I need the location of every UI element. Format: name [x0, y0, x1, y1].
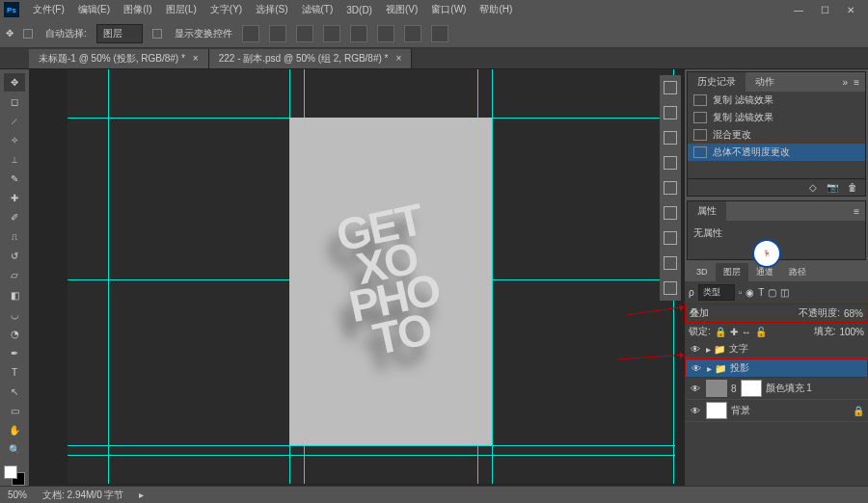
canvas-text: GET XO PHO TO [326, 199, 455, 362]
align-icon[interactable] [323, 25, 340, 42]
hand-tool[interactable]: ✋ [4, 421, 25, 439]
distribute-icon[interactable] [350, 25, 367, 42]
new-snapshot-icon[interactable]: 📷 [827, 182, 838, 193]
history-item[interactable]: 复制 滤镜效果 [688, 109, 865, 126]
eye-icon[interactable]: 👁 [689, 344, 702, 355]
align-icon[interactable] [296, 25, 313, 42]
history-item[interactable]: 总体不透明度更改 [688, 144, 865, 161]
menu-help[interactable]: 帮助(H) [474, 1, 518, 18]
move-tool[interactable]: ✥ [4, 73, 25, 92]
panel-icon[interactable] [664, 106, 677, 119]
show-transform-checkbox[interactable] [152, 29, 162, 39]
zoom-tool[interactable]: 🔍 [4, 440, 25, 459]
panel-icon[interactable] [664, 131, 677, 145]
panel-menu-icon[interactable]: ≡ [854, 206, 859, 217]
eye-icon[interactable]: 👁 [689, 406, 702, 416]
trash-icon[interactable]: 🗑 [848, 182, 857, 193]
crop-tool[interactable]: ⟂ [4, 150, 25, 169]
panel-icon[interactable] [664, 206, 677, 220]
layer-row[interactable]: 👁▸ 📁文字 [685, 340, 868, 358]
eye-icon[interactable]: 👁 [689, 384, 702, 394]
3d-mode-icon[interactable] [431, 25, 448, 42]
panel-icon[interactable] [664, 231, 677, 245]
move-tool-icon: ✥ [6, 28, 14, 39]
brush-tool[interactable]: ✐ [4, 208, 25, 226]
gradient-tool[interactable]: ◧ [4, 286, 25, 304]
type-tool[interactable]: T [4, 363, 25, 382]
layer-row[interactable]: 👁▸ 📁投影 [685, 358, 868, 378]
doc-tab[interactable]: 222 - 副本.psd @ 50% (组 2, RGB/8#) *× [209, 49, 413, 68]
panel-icon[interactable] [664, 281, 677, 295]
history-item[interactable]: 复制 滤镜效果 [688, 92, 865, 109]
menu-file[interactable]: 文件(F) [27, 1, 70, 18]
menu-edit[interactable]: 编辑(E) [72, 1, 116, 18]
doc-tab[interactable]: 未标题-1 @ 50% (投影, RGB/8#) *× [29, 49, 209, 68]
color-swatches[interactable] [4, 465, 25, 486]
distribute-icon[interactable] [377, 25, 394, 42]
panel-icon[interactable] [664, 181, 677, 195]
auto-select-dropdown[interactable]: 图层 [96, 24, 143, 43]
eraser-tool[interactable]: ▱ [4, 266, 25, 284]
tab-close-icon[interactable]: × [193, 53, 199, 64]
tab-properties[interactable]: 属性 [688, 201, 726, 221]
layer-row[interactable]: 👁背景🔒 [685, 400, 868, 422]
history-brush-tool[interactable]: ↺ [4, 247, 25, 265]
tab-layers[interactable]: 图层 [716, 263, 748, 281]
panel-icon[interactable] [664, 81, 677, 94]
artboard[interactable]: GET XO PHO TO [289, 118, 492, 445]
heal-tool[interactable]: ✚ [4, 189, 25, 207]
distribute-icon[interactable] [404, 25, 421, 42]
show-transform-label: 显示变换控件 [175, 27, 232, 40]
canvas-area[interactable]: GET XO PHO TO [29, 69, 685, 486]
history-item[interactable]: 混合更改 [688, 126, 865, 144]
tab-history[interactable]: 历史记录 [688, 72, 746, 92]
panel-icon[interactable] [664, 256, 677, 270]
tool-panel: ✥ ◻ ⟋ ✧ ⟂ ✎ ✚ ✐ ⎍ ↺ ▱ ◧ ◡ ◔ ✒ T ↖ ▭ ✋ 🔍 [0, 69, 29, 486]
pen-tool[interactable]: ✒ [4, 344, 25, 362]
tab-close-icon[interactable]: × [395, 53, 401, 64]
menu-window[interactable]: 窗口(W) [425, 1, 472, 18]
align-icon[interactable] [242, 25, 259, 42]
panel-collapse-icon[interactable]: » [843, 77, 849, 88]
stamp-tool[interactable]: ⎍ [4, 227, 25, 246]
shape-tool[interactable]: ▭ [4, 402, 25, 420]
menu-image[interactable]: 图像(I) [118, 1, 157, 18]
lasso-tool[interactable]: ⟋ [4, 112, 25, 130]
menu-filter[interactable]: 滤镜(T) [296, 1, 339, 18]
right-panels: 历史记录 动作 »≡ 复制 滤镜效果 复制 滤镜效果 混合更改 总体不透明度更改… [685, 69, 868, 486]
panel-icon[interactable] [664, 156, 677, 170]
close-icon[interactable]: ✕ [847, 5, 854, 15]
panel-menu-icon[interactable]: ≡ [854, 77, 859, 88]
wand-tool[interactable]: ✧ [4, 131, 25, 149]
minimize-icon[interactable]: — [794, 5, 803, 15]
align-icon[interactable] [269, 25, 286, 42]
opacity-label: 不透明度: [799, 306, 840, 320]
marquee-tool[interactable]: ◻ [4, 93, 25, 111]
menu-3d[interactable]: 3D(D) [340, 3, 378, 17]
history-panel: 历史记录 动作 »≡ 复制 滤镜效果 复制 滤镜效果 混合更改 总体不透明度更改… [687, 71, 866, 197]
zoom-level[interactable]: 50% [8, 490, 27, 500]
blend-mode-dropdown[interactable]: 叠加 [690, 306, 759, 320]
layer-row[interactable]: 👁8颜色填充 1 [685, 378, 868, 400]
menu-bar: Ps 文件(F) 编辑(E) 图像(I) 图层(L) 文字(Y) 选择(S) 滤… [0, 0, 868, 19]
dodge-tool[interactable]: ◔ [4, 325, 25, 343]
menu-type[interactable]: 文字(Y) [204, 1, 248, 18]
menu-layer[interactable]: 图层(L) [160, 1, 203, 18]
menu-view[interactable]: 视图(V) [380, 1, 423, 18]
tab-actions[interactable]: 动作 [746, 72, 784, 92]
layer-kind-dropdown[interactable]: 类型 [698, 284, 735, 301]
snapshot-icon[interactable]: ◇ [809, 182, 817, 193]
maximize-icon[interactable]: ☐ [821, 5, 829, 15]
path-tool[interactable]: ↖ [4, 383, 25, 401]
tab-3d[interactable]: 3D [689, 264, 716, 279]
blend-row: 叠加 不透明度: 68% [685, 304, 868, 323]
eyedropper-tool[interactable]: ✎ [4, 170, 25, 188]
blur-tool[interactable]: ◡ [4, 305, 25, 324]
opacity-input[interactable]: 68% [844, 308, 863, 319]
tab-paths[interactable]: 路径 [781, 263, 814, 281]
doc-size[interactable]: 文档: 2.94M/0 字节 [42, 489, 123, 502]
menu-select[interactable]: 选择(S) [250, 1, 293, 18]
auto-select-checkbox[interactable] [23, 29, 33, 39]
eye-icon[interactable]: 👁 [690, 363, 703, 374]
fill-input[interactable]: 100% [839, 327, 864, 337]
